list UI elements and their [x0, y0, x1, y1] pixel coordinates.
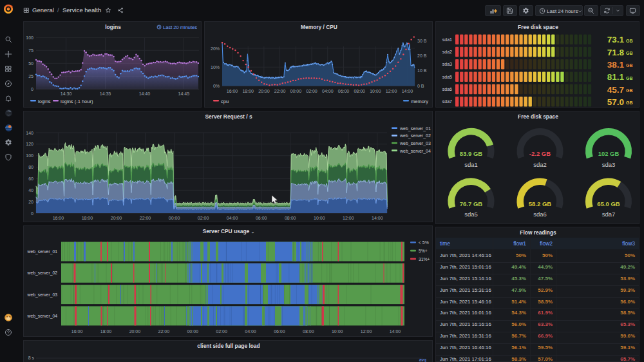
- svg-text:20:00: 20:00: [111, 216, 122, 220]
- svg-text:02:00: 02:00: [198, 216, 209, 220]
- svg-text:8 s: 8 s: [28, 356, 35, 360]
- svg-text:50: 50: [28, 61, 33, 66]
- svg-text:08:00: 08:00: [354, 89, 365, 93]
- svg-text:0: 0: [31, 87, 33, 91]
- svg-text:12:00: 12:00: [343, 216, 354, 220]
- svg-text:18:00: 18:00: [82, 216, 93, 220]
- svg-text:14:00: 14:00: [402, 89, 413, 93]
- svg-text:04:00: 04:00: [227, 216, 238, 220]
- svg-text:58.2 GB: 58.2 GB: [529, 200, 552, 207]
- svg-text:0%: 0%: [213, 84, 220, 88]
- svg-text:16:00: 16:00: [227, 89, 238, 93]
- svg-text:web_server_02: web_server_02: [27, 271, 58, 276]
- svg-text:76.7 GB: 76.7 GB: [460, 200, 483, 207]
- svg-text:71.8: 71.8: [607, 48, 625, 57]
- svg-text:00:00: 00:00: [169, 216, 180, 220]
- svg-text:65.0 GB: 65.0 GB: [597, 200, 620, 207]
- svg-text:08:00: 08:00: [303, 329, 314, 334]
- svg-text:45.7: 45.7: [607, 85, 624, 95]
- svg-text:08:00: 08:00: [285, 216, 296, 220]
- svg-text:GB: GB: [626, 39, 633, 43]
- svg-text:38.1: 38.1: [607, 60, 625, 70]
- svg-text:5%+: 5%+: [419, 249, 428, 253]
- svg-text:30 B: 30 B: [417, 39, 427, 43]
- svg-text:20:00: 20:00: [258, 89, 270, 93]
- svg-text:16:00: 16:00: [71, 329, 83, 334]
- svg-text:sda2: sda2: [533, 161, 547, 168]
- svg-text:web_server_02: web_server_02: [399, 133, 431, 138]
- svg-text:avg: avg: [419, 357, 426, 362]
- svg-text:20 B: 20 B: [417, 53, 427, 58]
- svg-text:web_server_03: web_server_03: [399, 141, 431, 146]
- svg-text:06:00: 06:00: [274, 329, 285, 334]
- svg-text:00:00: 00:00: [187, 329, 198, 334]
- svg-text:GB: GB: [626, 51, 633, 55]
- svg-text:web_server_01: web_server_01: [399, 126, 431, 131]
- svg-text:140: 140: [26, 131, 33, 135]
- svg-text:0 B: 0 B: [417, 84, 424, 88]
- svg-text:GB: GB: [626, 63, 633, 68]
- svg-text:25: 25: [28, 74, 33, 79]
- svg-text:logins: logins: [38, 99, 51, 104]
- svg-text:06:00: 06:00: [338, 89, 350, 93]
- svg-text:web_server_03: web_server_03: [27, 292, 58, 298]
- svg-text:14:30: 14:30: [61, 91, 72, 96]
- svg-text:10 B: 10 B: [417, 68, 427, 73]
- svg-text:14:35: 14:35: [100, 91, 111, 96]
- svg-text:web_server_04: web_server_04: [27, 314, 58, 319]
- svg-text:75: 75: [28, 48, 33, 53]
- svg-text:22:00: 22:00: [274, 89, 286, 93]
- svg-text:31%+: 31%+: [419, 257, 430, 262]
- svg-text:10%: 10%: [211, 65, 220, 70]
- svg-text:20:00: 20:00: [129, 329, 141, 334]
- svg-text:sda5: sda5: [464, 211, 478, 218]
- svg-text:80: 80: [28, 165, 33, 169]
- svg-text:73.1: 73.1: [607, 35, 625, 44]
- svg-text:12:00: 12:00: [386, 89, 397, 93]
- svg-text:60: 60: [28, 176, 33, 181]
- svg-text:02:00: 02:00: [216, 329, 227, 334]
- svg-text:06:00: 06:00: [256, 216, 267, 220]
- svg-text:40: 40: [28, 188, 33, 193]
- svg-text:10:00: 10:00: [370, 89, 381, 93]
- svg-text:memory: memory: [411, 99, 428, 104]
- svg-text:sda1: sda1: [442, 37, 452, 42]
- svg-text:12:00: 12:00: [361, 329, 372, 334]
- svg-text:16:00: 16:00: [53, 216, 64, 220]
- svg-text:sda7: sda7: [602, 211, 616, 218]
- svg-text:57.0: 57.0: [607, 97, 624, 107]
- svg-text:sda7: sda7: [442, 99, 452, 104]
- svg-text:GB: GB: [626, 88, 633, 93]
- svg-text:0: 0: [31, 211, 33, 216]
- svg-text:sda5: sda5: [442, 75, 452, 79]
- svg-text:20: 20: [28, 200, 33, 204]
- svg-text:sda1: sda1: [464, 161, 478, 168]
- svg-text:120: 120: [26, 142, 33, 146]
- svg-text:sda3: sda3: [442, 62, 452, 66]
- svg-text:GB: GB: [626, 100, 633, 105]
- svg-text:100: 100: [26, 153, 33, 158]
- svg-text:04:00: 04:00: [245, 329, 256, 334]
- svg-text:18:00: 18:00: [242, 89, 254, 93]
- svg-text:cpu: cpu: [221, 99, 229, 104]
- svg-text:logins (-1 hour): logins (-1 hour): [61, 99, 93, 104]
- svg-text:sda6: sda6: [533, 211, 547, 218]
- svg-text:sda3: sda3: [602, 161, 616, 168]
- svg-text:-2.2 GB: -2.2 GB: [529, 150, 551, 157]
- svg-text:sda2: sda2: [442, 50, 452, 54]
- svg-text:22:00: 22:00: [140, 216, 151, 220]
- svg-text:00:00: 00:00: [290, 89, 302, 93]
- svg-text:02:00: 02:00: [306, 89, 317, 93]
- svg-text:10:00: 10:00: [314, 216, 325, 220]
- svg-text:web_server_04: web_server_04: [399, 149, 431, 154]
- svg-text:102 GB: 102 GB: [598, 150, 620, 157]
- svg-text:100: 100: [26, 35, 33, 40]
- svg-text:04:00: 04:00: [322, 89, 334, 93]
- svg-text:14:45: 14:45: [178, 91, 190, 96]
- svg-text:20%: 20%: [211, 46, 220, 51]
- svg-text:14:40: 14:40: [139, 91, 151, 96]
- svg-text:14:00: 14:00: [372, 216, 383, 220]
- svg-text:sda6: sda6: [442, 87, 452, 91]
- svg-text:22:00: 22:00: [158, 329, 170, 334]
- svg-text:GB: GB: [626, 76, 633, 81]
